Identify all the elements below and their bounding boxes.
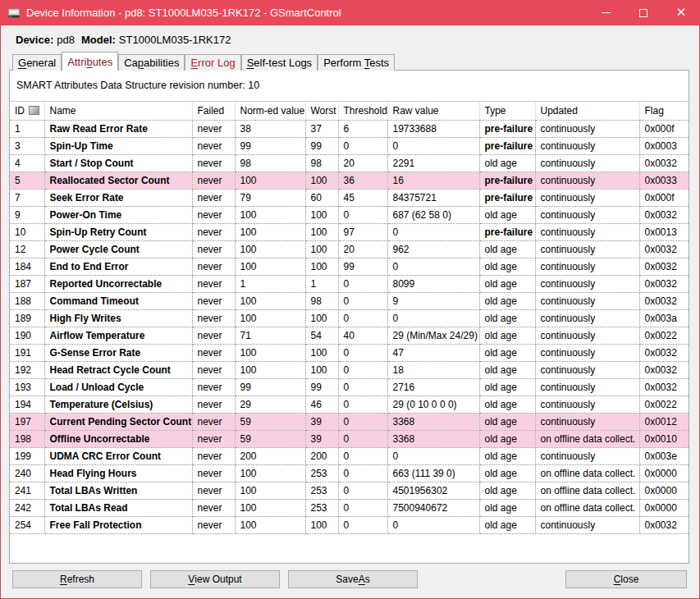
attribute-row-190[interactable]: 190Airflow Temperaturenever71544029 (Min…	[10, 327, 689, 345]
cell-name: Spin-Up Retry Count	[44, 224, 192, 241]
attribute-row-198[interactable]: 198Offline Uncorrectablenever593903368ol…	[10, 431, 689, 448]
cell-threshold: 40	[338, 327, 387, 345]
column-header-id[interactable]: ID	[10, 102, 44, 121]
cell-worst: 253	[305, 500, 338, 517]
cell-failed: never	[192, 155, 235, 172]
save-as-button[interactable]: Save As	[288, 570, 418, 588]
cell-value: 100	[235, 500, 305, 517]
attribute-row-184[interactable]: 184End to End Errornever100100990old age…	[10, 258, 689, 276]
cell-updated: continuously	[535, 414, 639, 431]
cell-flag: 0x0032	[639, 258, 689, 276]
cell-id: 254	[10, 517, 44, 534]
attribute-row-197[interactable]: 197Current Pending Sector Countnever5939…	[10, 414, 689, 431]
cell-type: old age	[479, 310, 535, 327]
cell-id: 194	[10, 396, 44, 414]
tab-general[interactable]: General	[12, 54, 62, 71]
cell-value: 100	[235, 293, 305, 310]
tab-error-log[interactable]: Error Log	[185, 54, 240, 71]
cell-id: 199	[10, 448, 44, 465]
refresh-button[interactable]: Refresh	[12, 570, 142, 588]
attribute-row-192[interactable]: 192Head Retract Cycle Countnever10010001…	[10, 362, 689, 379]
cell-raw: 47	[387, 345, 479, 362]
sort-column-icon	[29, 106, 39, 115]
cell-raw: 29 (0 10 0 0 0)	[387, 396, 479, 414]
column-header-worst[interactable]: Worst	[305, 102, 338, 121]
tab-perform-tests[interactable]: Perform Tests	[318, 54, 395, 71]
close-button[interactable]: Close	[565, 570, 687, 588]
attribute-row-241[interactable]: 241Total LBAs Writtennever10025304501956…	[10, 482, 689, 500]
attribute-row-12[interactable]: 12Power Cycle Countnever10010020962old a…	[10, 241, 689, 258]
attribute-row-5[interactable]: 5Reallocated Sector Countnever1001003616…	[10, 172, 689, 190]
cell-name: Total LBAs Read	[44, 500, 192, 517]
cell-updated: continuously	[535, 138, 639, 155]
attribute-row-189[interactable]: 189High Fly Writesnever10010000old ageco…	[10, 310, 689, 327]
cell-value: 59	[235, 414, 305, 431]
cell-worst: 100	[305, 172, 338, 190]
attribute-row-7[interactable]: 7Seek Error Ratenever79604584375721pre-f…	[10, 190, 689, 207]
cell-failed: never	[192, 121, 235, 138]
cell-type: old age	[479, 482, 535, 500]
cell-flag: 0x0032	[639, 362, 689, 379]
cell-flag: 0x0032	[639, 345, 689, 362]
cell-value: 100	[235, 207, 305, 224]
attribute-row-193[interactable]: 193Load / Unload Cyclenever999902716old …	[10, 379, 689, 396]
cell-failed: never	[192, 172, 235, 190]
cell-raw: 2291	[387, 155, 479, 172]
cell-raw: 0	[387, 448, 479, 465]
cell-value: 100	[235, 362, 305, 379]
attribute-row-199[interactable]: 199UDMA CRC Error Countnever20020000old …	[10, 448, 689, 465]
attribute-row-187[interactable]: 187Reported Uncorrectablenever1108099old…	[10, 276, 689, 293]
cell-name: Head Retract Cycle Count	[44, 362, 192, 379]
minimize-button[interactable]	[587, 0, 625, 25]
tab-self-test-logs[interactable]: Self-test Logs	[241, 54, 318, 71]
cell-value: 99	[235, 379, 305, 396]
column-header-name[interactable]: Name	[44, 102, 192, 121]
attribute-row-3[interactable]: 3Spin-Up Timenever999900pre-failureconti…	[10, 138, 689, 155]
cell-threshold: 0	[338, 431, 387, 448]
cell-failed: never	[192, 190, 235, 207]
view-output-button[interactable]: View Output	[150, 570, 280, 588]
close-button[interactable]: ✕	[662, 0, 700, 25]
tab-capabilities[interactable]: Capabilities	[118, 54, 185, 71]
cell-value: 100	[235, 465, 305, 482]
column-header-type[interactable]: Type	[479, 102, 535, 121]
attribute-row-194[interactable]: 194Temperature (Celsius)never2946029 (0 …	[10, 396, 689, 414]
cell-flag: 0x0032	[639, 293, 689, 310]
column-header-updated[interactable]: Updated	[535, 102, 639, 121]
attribute-row-254[interactable]: 254Free Fall Protectionnever10010000old …	[10, 517, 689, 534]
column-header-failed[interactable]: Failed	[192, 102, 235, 121]
attribute-row-188[interactable]: 188Command Timeoutnever1009809old agecon…	[10, 293, 689, 310]
cell-value: 38	[235, 121, 305, 138]
attribute-row-1[interactable]: 1Raw Read Error Ratenever3837619733688pr…	[10, 121, 689, 138]
cell-name: Free Fall Protection	[44, 517, 192, 534]
cell-worst: 39	[305, 431, 338, 448]
cell-updated: continuously	[535, 396, 639, 414]
attribute-row-191[interactable]: 191G-Sense Error Ratenever100100047old a…	[10, 345, 689, 362]
tab-attributes[interactable]: Attributes	[62, 52, 118, 71]
maximize-button[interactable]	[625, 0, 662, 25]
cell-updated: on offline data collect.	[535, 431, 639, 448]
cell-threshold: 36	[338, 172, 387, 190]
cell-id: 5	[10, 172, 44, 190]
cell-worst: 99	[305, 138, 338, 155]
attribute-row-9[interactable]: 9Power-On Timenever1001000687 (62 58 0)o…	[10, 207, 689, 224]
cell-name: Raw Read Error Rate	[44, 121, 192, 138]
attribute-row-10[interactable]: 10Spin-Up Retry Countnever100100970pre-f…	[10, 224, 689, 241]
cell-threshold: 0	[338, 362, 387, 379]
cell-threshold: 97	[338, 224, 387, 241]
attribute-row-4[interactable]: 4Start / Stop Countnever9898202291old ag…	[10, 155, 689, 172]
column-header-flag[interactable]: Flag	[639, 102, 689, 121]
cell-type: old age	[479, 155, 535, 172]
cell-name: Current Pending Sector Count	[44, 414, 192, 431]
column-header-norm-ed-value[interactable]: Norm-ed value	[235, 102, 305, 121]
cell-failed: never	[192, 327, 235, 345]
cell-type: old age	[479, 293, 535, 310]
cell-worst: 100	[305, 207, 338, 224]
attribute-row-240[interactable]: 240Head Flying Hoursnever1002530663 (111…	[10, 465, 689, 482]
attribute-row-242[interactable]: 242Total LBAs Readnever10025307500940672…	[10, 500, 689, 517]
cell-raw: 7500940672	[387, 500, 479, 517]
column-header-raw-value[interactable]: Raw value	[387, 102, 479, 121]
cell-failed: never	[192, 379, 235, 396]
cell-updated: continuously	[535, 345, 639, 362]
column-header-threshold[interactable]: Threshold	[338, 102, 387, 121]
